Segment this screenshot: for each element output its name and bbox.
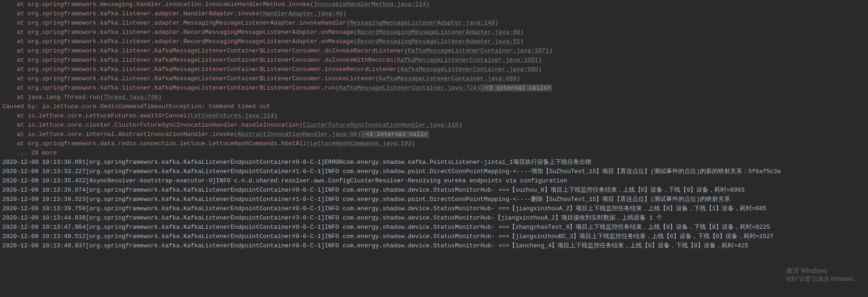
open-paren: ( <box>310 1 314 8</box>
stack-method: at java.lang.Thread.run <box>2 94 100 101</box>
more-frames[interactable]: ... 28 more <box>2 148 868 158</box>
stack-method: at io.lettuce.core.LettuceFutures.awaitO… <box>2 112 187 119</box>
close-paren: ) <box>459 122 462 129</box>
source-location-link[interactable]: InvocableHandlerMethod.java:114 <box>314 1 426 8</box>
log-line: 2020-12-09 10:13:39.759[org.springframew… <box>2 204 868 213</box>
close-paren: ) <box>549 47 553 54</box>
source-location-link[interactable]: KafkaMessageListenerContainer.java:1071 <box>408 47 549 54</box>
stack-method: at org.springframework.kafka.listener.Ka… <box>2 57 394 64</box>
stacktrace-line: at org.springframework.kafka.listener.Ka… <box>2 84 868 93</box>
open-paren: ( <box>306 140 310 147</box>
close-paren: ) <box>517 75 520 82</box>
open-paren: ( <box>259 10 263 17</box>
stack-method: at org.springframework.kafka.listener.ad… <box>2 19 346 26</box>
stack-method: at org.springframework.kafka.listener.ad… <box>2 29 354 36</box>
open-paren: ( <box>187 112 191 119</box>
stack-method: at org.springframework.kafka.listener.Ka… <box>2 75 376 82</box>
stack-method: at org.springframework.kafka.listener.Ka… <box>2 84 336 91</box>
source-location-link[interactable]: LettuceHashCommands.java:193 <box>310 140 411 147</box>
source-location-link[interactable]: KafkaMessageListenerContainer.java:866 <box>379 75 516 82</box>
log-line: 2020-12-09 10:13:33.227[org.springframew… <box>2 167 868 176</box>
close-paren: ) <box>158 94 162 101</box>
log-line: 2020-12-09 10:13:39.323[org.springframew… <box>2 195 868 204</box>
source-location-link[interactable]: KafkaMessageListenerContainer.java:1051 <box>397 57 538 64</box>
close-paren: ) <box>495 19 499 26</box>
source-location-link[interactable]: ClusterFutureSyncInvocationHandler.java:… <box>303 122 459 129</box>
stacktrace-line: at org.springframework.kafka.listener.Ka… <box>2 46 868 56</box>
log-line: 2020-12-09 10:13:49.937[org.springframew… <box>2 241 868 251</box>
internal-calls-badge[interactable]: <1 internal call> <box>361 131 428 138</box>
close-paren: ) <box>274 112 278 119</box>
close-paren: ) <box>343 10 346 17</box>
open-paren: ( <box>397 66 401 73</box>
log-line: 2020-12-09 10:13:44.038[org.springframew… <box>2 213 868 223</box>
stacktrace-line: at org.springframework.messaging.handler… <box>2 0 868 9</box>
open-paren: ( <box>234 131 238 138</box>
stacktrace-line: at org.springframework.kafka.listener.Ka… <box>2 65 868 74</box>
log-line: 2020-12-09 10:13:30.091[org.springframew… <box>2 158 868 167</box>
log-line: 2020-12-09 10:13:39.074[org.springframew… <box>2 186 868 195</box>
stacktrace-line: at org.springframework.kafka.listener.ad… <box>2 9 868 19</box>
close-paren: ) <box>538 66 542 73</box>
close-paren: ) <box>477 84 480 91</box>
stack-method: at io.lettuce.core.cluster.ClusterFuture… <box>2 122 299 129</box>
source-location-link[interactable]: HandlerAdapter.java:48 <box>263 10 343 17</box>
stack-method: at org.springframework.data.redis.connec… <box>2 140 306 147</box>
stacktrace-line: at org.springframework.kafka.listener.ad… <box>2 37 868 46</box>
stack-method: at io.lettuce.core.internal.AbstractInvo… <box>2 131 234 138</box>
source-location-link[interactable]: MessagingMessageListenerAdapter.java:248 <box>350 19 495 26</box>
stacktrace-line: at org.springframework.kafka.listener.ad… <box>2 19 868 28</box>
open-paren: ( <box>404 47 408 54</box>
watermark-subtitle: 转到"设置"以激活 Windows。 <box>786 275 859 283</box>
stacktrace-line: at org.springframework.kafka.listener.Ka… <box>2 74 868 84</box>
stack-method: at org.springframework.messaging.handler… <box>2 1 310 8</box>
stacktrace-line: at java.lang.Thread.run(Thread.java:748) <box>2 93 868 102</box>
stack-method: at org.springframework.kafka.listener.ad… <box>2 10 259 17</box>
close-paren: ) <box>520 29 524 36</box>
stack-method: at org.springframework.kafka.listener.ad… <box>2 38 354 45</box>
source-location-link[interactable]: KafkaMessageListenerContainer.java:724 <box>339 84 477 91</box>
stacktrace-line: at org.springframework.kafka.listener.Ka… <box>2 56 868 65</box>
source-location-link[interactable]: RecordMessagingMessageListenerAdapter.ja… <box>357 38 520 45</box>
stacktrace-line: at io.lettuce.core.LettuceFutures.awaitO… <box>2 111 868 121</box>
source-location-link[interactable]: RecordMessagingMessageListenerAdapter.ja… <box>357 29 520 36</box>
windows-activation-watermark: 激活 Windows 转到"设置"以激活 Windows。 <box>786 266 859 283</box>
caused-by-line: Caused by: io.lettuce.core.RedisCommandT… <box>2 102 868 111</box>
close-paren: ) <box>520 38 524 45</box>
log-line: 2020-12-09 10:13:49.512[org.springframew… <box>2 232 868 241</box>
open-paren: ( <box>354 38 357 45</box>
stack-method: at org.springframework.kafka.listener.Ka… <box>2 47 404 54</box>
open-paren: ( <box>354 29 357 36</box>
close-paren: ) <box>538 57 542 64</box>
source-location-link[interactable]: KafkaMessageListenerContainer.java:998 <box>401 66 538 73</box>
source-location-link[interactable]: AbstractInvocationHandler.java:80 <box>238 131 357 138</box>
stacktrace-line: at org.springframework.kafka.listener.ad… <box>2 28 868 37</box>
stacktrace-line: at io.lettuce.core.internal.AbstractInvo… <box>2 130 868 139</box>
open-paren: ( <box>346 19 350 26</box>
stack-method: at org.springframework.kafka.listener.Ka… <box>2 66 397 73</box>
source-location-link[interactable]: Thread.java:748 <box>104 94 158 101</box>
source-location-link[interactable]: LettuceFutures.java:114 <box>191 112 274 119</box>
close-paren: ) <box>426 1 430 8</box>
open-paren: ( <box>299 122 303 129</box>
log-line: 2020-12-09 10:13:35.432[AsyncResolver-bo… <box>2 176 868 186</box>
internal-calls-badge[interactable]: <3 internal calls> <box>480 84 552 91</box>
log-line: 2020-12-09 10:13:47.984[org.springframew… <box>2 223 868 232</box>
watermark-title: 激活 Windows <box>786 266 859 275</box>
close-paren: ) <box>412 140 415 147</box>
stacktrace-line: at org.springframework.data.redis.connec… <box>2 139 868 148</box>
log-console[interactable]: at org.springframework.messaging.handler… <box>2 0 868 251</box>
stacktrace-line: at io.lettuce.core.cluster.ClusterFuture… <box>2 121 868 130</box>
open-paren: ( <box>336 84 339 91</box>
